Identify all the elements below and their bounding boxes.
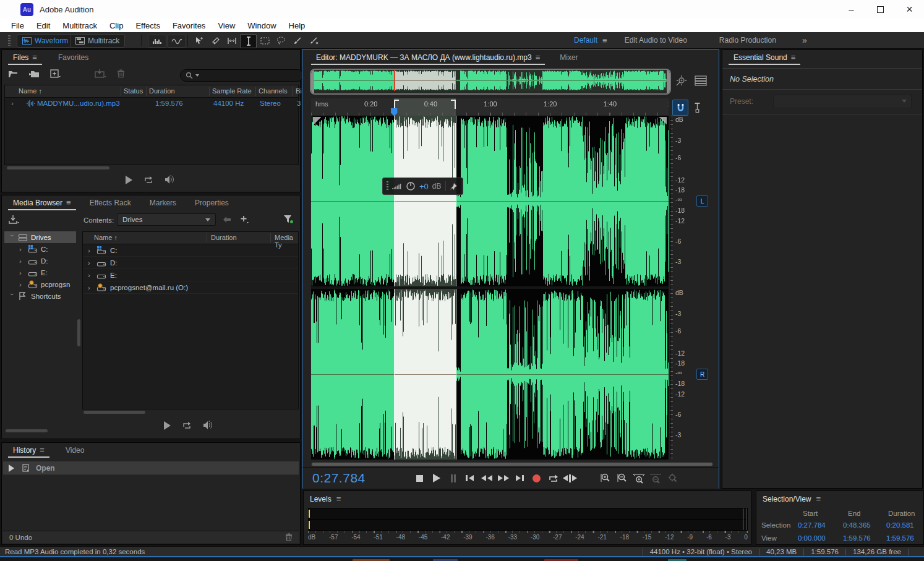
hud-grip-icon[interactable]: [387, 181, 388, 191]
tree-expand-chevron-icon[interactable]: ›: [19, 246, 25, 253]
tab-video[interactable]: Video: [61, 443, 89, 458]
sv-view-duration[interactable]: 1:59.576: [886, 534, 914, 542]
tree-item-shortcuts[interactable]: ›Shortcuts: [4, 290, 76, 302]
filter-funnel-icon[interactable]: [283, 215, 294, 224]
selection-end-hook[interactable]: [451, 100, 456, 109]
zoom-navigator-icon[interactable]: [675, 75, 688, 87]
razor-tool-button[interactable]: [208, 34, 223, 47]
levels-title[interactable]: Levels: [310, 495, 332, 503]
levels-meter[interactable]: [308, 508, 748, 531]
new-file-icon[interactable]: [50, 69, 61, 78]
tree-expand-chevron-icon[interactable]: ›: [19, 269, 25, 276]
sv-selection-end[interactable]: 0:48.365: [843, 521, 871, 529]
left-channel-badge[interactable]: L: [696, 195, 708, 207]
overview-left-handle[interactable]: [311, 70, 314, 93]
overview-navigator[interactable]: [310, 69, 671, 95]
time-selection-tool-button[interactable]: [240, 34, 257, 48]
list-expand-chevron-icon[interactable]: ›: [88, 272, 94, 279]
media-tree-vscrollbar[interactable]: [77, 319, 80, 346]
zoom-in-selection-button[interactable]: [630, 471, 647, 486]
menu-clip[interactable]: Clip: [103, 21, 129, 30]
media-col-name[interactable]: Name ↑: [94, 234, 118, 241]
skip-selection-button[interactable]: [562, 471, 578, 486]
sv-selection-start[interactable]: 0:27.784: [798, 521, 826, 529]
files-search-input[interactable]: [180, 69, 304, 82]
slip-tool-button[interactable]: [224, 34, 239, 47]
skip-to-start-button[interactable]: [461, 471, 478, 486]
minimize-button[interactable]: –: [837, 0, 866, 19]
hud-pin-icon[interactable]: [450, 182, 458, 191]
file-row[interactable]: › MADDYMU...udio.ru).mp3 1:59.576 44100 …: [5, 98, 298, 110]
menu-effects[interactable]: Effects: [129, 21, 166, 30]
tab-media-browser[interactable]: Media Browser≡: [8, 195, 76, 210]
menu-window[interactable]: Window: [241, 21, 282, 30]
amplitude-scale[interactable]: L dB-3-6-12-18-∞-18-12-6-3 R dB-3-6-12-1…: [670, 116, 713, 460]
tab-files[interactable]: Files≡: [8, 50, 42, 65]
spot-healing-tool-button[interactable]: [306, 34, 322, 47]
tab-essential-sound[interactable]: Essential Sound≡: [729, 50, 800, 65]
hud-gain-value[interactable]: +0: [419, 182, 429, 191]
tree-item-c-[interactable]: ›C:: [4, 243, 76, 255]
col-duration[interactable]: Duration: [149, 87, 175, 95]
editor-menu-icon[interactable]: ≡: [536, 53, 541, 62]
media-list-hscrollbar[interactable]: [83, 411, 145, 414]
import-file-icon[interactable]: [29, 70, 40, 78]
workspace-menu-icon[interactable]: ≡: [602, 36, 607, 45]
record-button[interactable]: [528, 471, 545, 486]
zoom-out-selection-button[interactable]: [647, 471, 664, 486]
timeline-ruler[interactable]: hms 0:200:401:001:201:402: [311, 98, 669, 116]
media-col-duration[interactable]: Duration: [211, 234, 237, 241]
media-col-media-type[interactable]: Media Ty: [275, 234, 298, 249]
sv-selection-duration[interactable]: 0:20.581: [886, 521, 914, 529]
col-bit[interactable]: Bi: [296, 87, 302, 95]
workspace-edit-audio-to-video[interactable]: Edit Audio to Video: [607, 36, 687, 45]
tree-expand-chevron-icon[interactable]: ›: [19, 257, 25, 265]
preview-play-icon[interactable]: [126, 176, 132, 184]
menu-edit[interactable]: Edit: [30, 21, 56, 30]
open-file-icon[interactable]: [8, 70, 19, 78]
waveform-mode-button[interactable]: Waveform: [17, 34, 74, 48]
tab-properties[interactable]: Properties: [190, 196, 234, 210]
selection-view-title[interactable]: Selection/View: [763, 495, 811, 503]
levels-menu-icon[interactable]: ≡: [336, 494, 341, 503]
selection-view-menu-icon[interactable]: ≡: [816, 494, 821, 503]
list-expand-chevron-icon[interactable]: ›: [88, 259, 94, 267]
tab-effects-rack[interactable]: Effects Rack: [85, 196, 136, 210]
channel-divider[interactable]: [311, 286, 669, 289]
tree-expand-chevron-icon[interactable]: ›: [9, 234, 16, 241]
sv-view-end[interactable]: 1:59.576: [843, 534, 871, 542]
files-panel-menu-icon[interactable]: ≡: [32, 53, 37, 62]
tab-mixer[interactable]: Mixer: [555, 51, 583, 65]
lasso-selection-tool-button[interactable]: [273, 34, 289, 47]
snap-magnet-button[interactable]: [672, 100, 688, 116]
history-trash-icon[interactable]: [285, 533, 293, 541]
workspace-radio-production[interactable]: Radio Production: [687, 36, 776, 45]
media-list-row[interactable]: ›E:: [83, 269, 298, 281]
save-file-icon[interactable]: [95, 69, 107, 78]
tab-history[interactable]: History≡: [8, 443, 49, 458]
media-tree-hscrollbar[interactable]: [6, 429, 48, 432]
tab-favorites[interactable]: Favorites: [53, 51, 93, 65]
tree-item-d-[interactable]: ›D:: [4, 255, 76, 267]
list-expand-chevron-icon[interactable]: ›: [88, 247, 94, 254]
menu-favorites[interactable]: Favorites: [166, 21, 212, 30]
row-expand-chevron-icon[interactable]: ›: [11, 100, 14, 107]
list-expand-chevron-icon[interactable]: ›: [88, 284, 94, 291]
tree-expand-chevron-icon[interactable]: ›: [9, 293, 16, 299]
menu-multitrack[interactable]: Multitrack: [56, 21, 103, 30]
media-list-row[interactable]: ›D:: [83, 257, 298, 269]
file-name[interactable]: MADDYMU...udio.ru).mp3: [37, 100, 120, 107]
media-list-row[interactable]: ›C:: [83, 244, 298, 257]
essential-sound-menu-icon[interactable]: ≡: [791, 53, 796, 62]
waveform-left-channel[interactable]: [311, 116, 669, 286]
media-import-icon[interactable]: [8, 215, 19, 224]
preview-loop-icon[interactable]: [143, 175, 153, 184]
pause-button[interactable]: [445, 471, 461, 486]
overview-waveform[interactable]: [311, 70, 667, 91]
paintbrush-tool-button[interactable]: [289, 34, 305, 47]
toolbar-grip[interactable]: [8, 35, 11, 46]
hud-gain-knob-icon[interactable]: [406, 181, 416, 191]
tree-item-pcprogsn[interactable]: ›pcprogsn: [4, 278, 76, 290]
tree-expand-chevron-icon[interactable]: ›: [19, 281, 25, 288]
multitrack-mode-button[interactable]: Multitrack: [70, 34, 125, 48]
